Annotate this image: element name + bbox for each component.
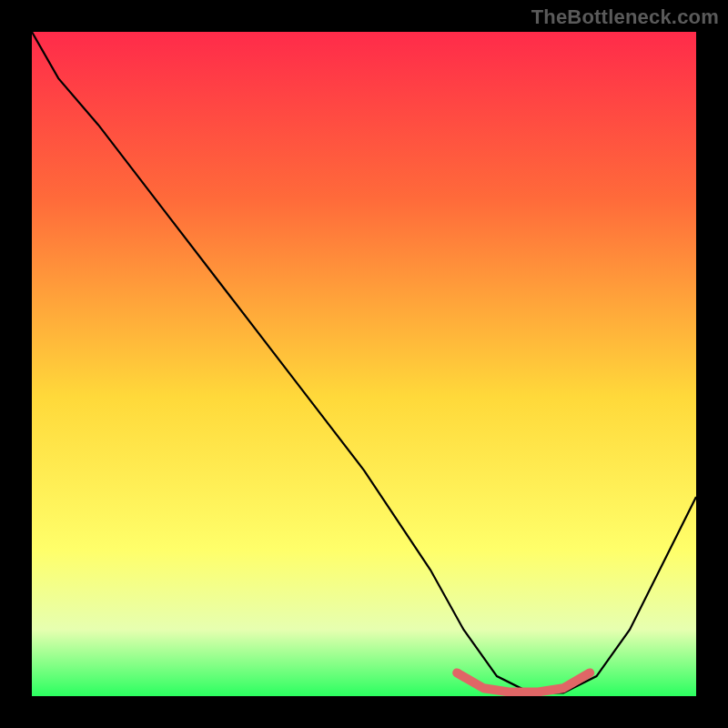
chart-frame bbox=[32, 32, 696, 696]
watermark-text: TheBottleneck.com bbox=[531, 5, 719, 29]
gradient-background bbox=[32, 32, 696, 696]
bottleneck-chart bbox=[32, 32, 696, 696]
